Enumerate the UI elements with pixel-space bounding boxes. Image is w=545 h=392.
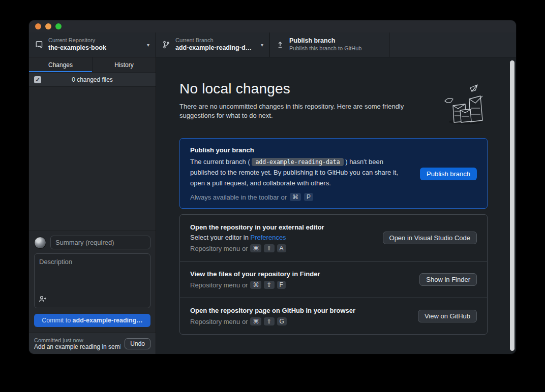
current-repository-text: Current Repository the-examples-book [48, 37, 143, 52]
github-desktop-window: Current Repository the-examples-book ▾ C… [29, 20, 516, 354]
tab-history[interactable]: History [92, 57, 156, 72]
page-title: No local changes [179, 81, 439, 97]
suggestion-hint: Repository menu or ⌘ ⇧ A [190, 244, 324, 252]
changed-files-count: 0 changed files [41, 76, 143, 83]
suggestion-view-github-text: Open the repository page on GitHub in yo… [190, 307, 355, 325]
content: Changes History ✓ 0 changed files [29, 57, 516, 354]
description-box [34, 253, 150, 308]
publish-arrow-icon [276, 41, 284, 49]
key-a: A [277, 244, 286, 252]
current-branch-dropdown[interactable]: Current Branch add-example-reading-d… ▾ [156, 32, 270, 57]
current-repository-dropdown[interactable]: Current Repository the-examples-book ▾ [29, 32, 156, 57]
shift-key-icon: ⇧ [264, 281, 274, 289]
command-key-icon: ⌘ [250, 244, 261, 252]
select-all-checkbox[interactable]: ✓ [34, 76, 41, 83]
current-repository-label: Current Repository [48, 37, 143, 44]
minimize-window-button[interactable] [45, 23, 51, 29]
publish-branch-toolbar-button[interactable]: Publish branch Publish this branch to Gi… [270, 32, 389, 57]
undo-button[interactable]: Undo [125, 338, 150, 349]
chevron-down-icon: ▾ [261, 42, 263, 48]
publish-card-text: Publish your branch The current branch (… [190, 146, 408, 201]
key-f: F [277, 281, 286, 289]
command-key-icon: ⌘ [290, 193, 301, 201]
current-branch-text: Current Branch add-example-reading-d… [175, 37, 257, 52]
select-editor-text: Select your editor in [190, 234, 251, 241]
suggestion-hint: Repository menu or ⌘ ⇧ G [190, 317, 355, 325]
publish-branch-card: Publish your branch The current branch (… [179, 138, 488, 209]
suggestions-container: Open the repository in your external edi… [179, 214, 488, 335]
suggestion-hint: Repository menu or ⌘ ⇧ F [190, 281, 320, 289]
commit-message: Add an example reading in semi-… [34, 343, 120, 350]
branch-name-pill: add-example-reading-data [252, 158, 343, 166]
current-branch-label: Current Branch [175, 37, 257, 44]
hint-text: Repository menu or [190, 281, 248, 289]
suggestion-view-github: Open the repository page on GitHub in yo… [180, 298, 487, 334]
commit-status: Committed just now [34, 337, 120, 343]
shift-key-icon: ⇧ [264, 244, 274, 252]
main-header: No local changes There are no uncommitte… [179, 81, 488, 127]
open-in-editor-button[interactable]: Open in Visual Studio Code [383, 232, 477, 244]
summary-input[interactable] [50, 236, 150, 249]
suggestion-open-editor-text: Open the repository in your external edi… [190, 223, 324, 252]
main-header-text: No local changes There are no uncommitte… [179, 81, 439, 120]
titlebar [29, 20, 516, 32]
publish-card-body-pre: The current branch ( [190, 158, 250, 166]
summary-row [34, 236, 150, 249]
chevron-down-icon: ▾ [147, 42, 149, 48]
suggestion-show-finder: View the files of your repository in Fin… [180, 261, 487, 298]
no-changes-illustration [439, 83, 486, 127]
traffic-lights [35, 23, 62, 29]
zoom-window-button[interactable] [55, 23, 62, 29]
changes-file-list [29, 87, 156, 231]
publish-branch-button[interactable]: Publish branch [420, 168, 477, 180]
publish-branch-title: Publish branch [289, 37, 383, 45]
undo-commit-row: Committed just now Add an example readin… [29, 333, 156, 354]
tab-changes[interactable]: Changes [29, 57, 92, 72]
main-scrollbar-thumb[interactable] [510, 60, 514, 351]
sidebar-tabs: Changes History [29, 57, 156, 73]
toolbar: Current Repository the-examples-book ▾ C… [29, 32, 516, 57]
commit-button-prefix: Commit to [42, 317, 72, 324]
close-window-button[interactable] [35, 23, 41, 29]
suggestion-open-editor: Open the repository in your external edi… [180, 215, 487, 261]
suggestion-title: Open the repository page on GitHub in yo… [190, 307, 355, 314]
command-key-icon: ⌘ [250, 281, 261, 289]
suggestion-title: View the files of your repository in Fin… [190, 270, 320, 278]
changed-files-row: ✓ 0 changed files [29, 73, 156, 87]
publish-branch-text: Publish branch Publish this branch to Gi… [289, 37, 383, 52]
suggestion-show-finder-text: View the files of your repository in Fin… [190, 270, 320, 289]
publish-card-body: The current branch ( add-example-reading… [190, 157, 408, 188]
suggestion-title: Open the repository in your external edi… [190, 223, 324, 231]
publish-card-hint: Always available in the toolbar or ⌘ P [190, 193, 408, 201]
publish-hint-text: Always available in the toolbar or [190, 193, 287, 201]
page-subtitle: There are no uncommitted changes in this… [179, 102, 439, 120]
undo-texts: Committed just now Add an example readin… [34, 337, 120, 350]
avatar [34, 237, 46, 249]
branch-icon [162, 41, 170, 49]
main-panel: No local changes There are no uncommitte… [156, 57, 516, 354]
publish-card-title: Publish your branch [190, 146, 408, 154]
suggestion-line2: Select your editor in Preferences [190, 234, 324, 241]
repo-icon [35, 41, 43, 49]
commit-button-branch: add-example-reading… [73, 317, 143, 324]
add-coauthor-icon[interactable] [39, 296, 47, 305]
sidebar: Changes History ✓ 0 changed files [29, 57, 156, 354]
current-repository-value: the-examples-book [48, 44, 143, 52]
publish-branch-subtitle: Publish this branch to GitHub [289, 45, 383, 52]
show-in-finder-button[interactable]: Show in Finder [419, 273, 477, 286]
current-branch-value: add-example-reading-d… [175, 44, 257, 52]
description-input[interactable] [35, 254, 150, 295]
shift-key-icon: ⇧ [264, 317, 274, 325]
commit-form [29, 231, 156, 308]
key-g: G [277, 317, 287, 325]
commit-button[interactable]: Commit to add-example-reading… [34, 314, 150, 327]
hint-text: Repository menu or [190, 318, 248, 325]
preferences-link[interactable]: Preferences [251, 234, 286, 241]
view-on-github-button[interactable]: View on GitHub [418, 310, 477, 322]
hint-text: Repository menu or [190, 245, 248, 252]
key-p: P [304, 193, 313, 201]
command-key-icon: ⌘ [250, 317, 261, 325]
